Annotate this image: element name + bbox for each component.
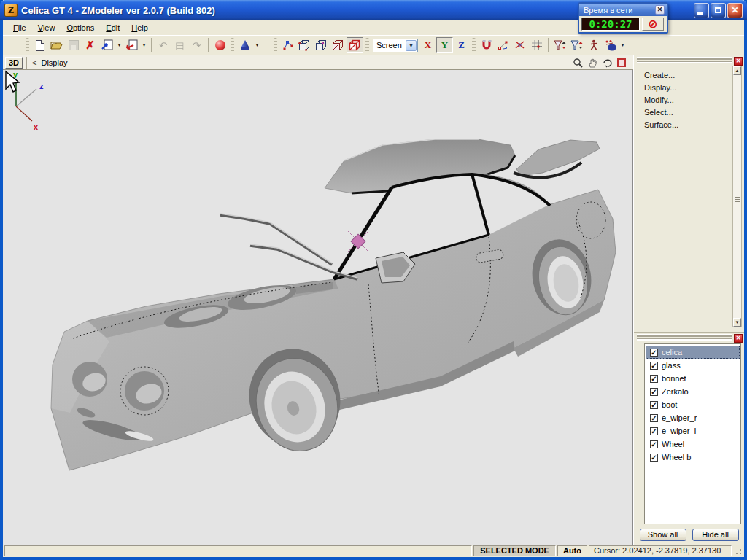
layer-row-glass[interactable]: ✓glass xyxy=(646,359,740,372)
rotate-icon xyxy=(602,58,612,68)
layers-panel-close-button[interactable]: ✕ xyxy=(734,334,743,343)
pan-tool-button[interactable] xyxy=(586,57,599,68)
menu-options[interactable]: Options xyxy=(61,22,100,34)
zoom-tool-button[interactable] xyxy=(571,57,584,68)
import-dropdown[interactable]: ▾ xyxy=(115,37,123,53)
delete-button[interactable]: ✗ xyxy=(82,37,98,53)
objects-mode-button[interactable] xyxy=(347,37,363,53)
layer-checkbox[interactable]: ✓ xyxy=(650,414,658,422)
axis-x-button[interactable]: X xyxy=(419,37,436,53)
toolbar-grip[interactable] xyxy=(274,38,277,52)
grid-snap-button[interactable] xyxy=(528,37,545,53)
animation-tools-button[interactable] xyxy=(602,37,619,53)
animation-dropdown[interactable]: ▾ xyxy=(619,37,627,53)
bones-mode-button[interactable] xyxy=(585,37,602,53)
layer-checkbox[interactable]: ✓ xyxy=(650,388,658,396)
3d-viewport[interactable]: y z x xyxy=(3,70,633,545)
layer-row-boot[interactable]: ✓boot xyxy=(646,398,740,411)
layer-row-wheel-b[interactable]: ✓Wheel b xyxy=(646,451,740,464)
save-button[interactable] xyxy=(65,37,82,53)
layer-row-zerkalo[interactable]: ✓Zerkalo xyxy=(646,385,740,398)
filter-up-button[interactable] xyxy=(568,37,585,53)
breadcrumb-back[interactable]: < xyxy=(31,58,41,67)
selected-mode-indicator[interactable]: SELECTED MODE xyxy=(473,545,556,556)
maximize-viewport-button[interactable] xyxy=(615,57,628,68)
restore-button[interactable] xyxy=(711,3,726,18)
axis-y-button[interactable]: Y xyxy=(436,37,453,53)
hide-all-button[interactable]: Hide all xyxy=(692,529,739,541)
close-button[interactable]: ✕ xyxy=(727,3,743,18)
material-editor-button[interactable] xyxy=(212,37,228,53)
layer-checkbox[interactable]: ✓ xyxy=(650,375,658,383)
layer-checkbox[interactable]: ✓ xyxy=(650,362,658,370)
layer-row-celica[interactable]: ✓celica xyxy=(646,346,740,359)
toolbar-grip[interactable] xyxy=(472,38,476,52)
timer-close-button[interactable]: ✕ xyxy=(655,5,665,15)
command-surface[interactable]: Surface... xyxy=(644,119,744,131)
show-all-button[interactable]: Show all xyxy=(640,529,686,541)
layer-row-bonnet[interactable]: ✓bonnet xyxy=(646,372,740,385)
combo-dropdown-icon[interactable]: ▼ xyxy=(406,40,417,51)
undo-button[interactable]: ↶ xyxy=(155,37,171,53)
primitives-button[interactable] xyxy=(236,37,253,53)
layer-checkbox[interactable]: ✓ xyxy=(650,440,658,448)
faces-mode-button[interactable] xyxy=(313,37,330,53)
layer-checkbox[interactable]: ✓ xyxy=(650,349,658,357)
toolbar-grip[interactable] xyxy=(26,38,29,52)
scrollbar-grip[interactable] xyxy=(735,197,740,202)
polygons-mode-button[interactable] xyxy=(330,37,347,53)
new-file-button[interactable] xyxy=(31,37,48,53)
export-icon xyxy=(125,39,139,51)
toolbar-grip[interactable] xyxy=(231,38,234,52)
menu-help[interactable]: Help xyxy=(125,22,154,34)
redo-button[interactable]: ↷ xyxy=(188,37,205,53)
layer-label: bonnet xyxy=(662,374,686,383)
edges-mode-button[interactable] xyxy=(296,37,313,53)
import-button[interactable] xyxy=(98,37,115,53)
import-icon xyxy=(101,39,114,51)
command-panel-scrollbar[interactable]: ▲ ▼ xyxy=(732,66,742,327)
cube-polygons-icon xyxy=(332,39,344,51)
app-window: Z Celica GT 4 - ZModeler ver 2.0.7 (Buil… xyxy=(0,0,747,560)
toolbar-grip[interactable] xyxy=(365,38,369,52)
reference-selector[interactable]: Screen ▼ xyxy=(373,39,418,52)
command-display[interactable]: Display... xyxy=(644,82,744,94)
menu-file[interactable]: File xyxy=(7,22,32,34)
scroll-up-button[interactable]: ▲ xyxy=(733,66,741,75)
animation-tools-icon xyxy=(604,39,617,51)
rotate-view-button[interactable] xyxy=(600,57,614,68)
snap-button[interactable] xyxy=(478,37,495,53)
disconnect-button[interactable]: ⊘ xyxy=(642,18,664,31)
auto-toggle[interactable]: Auto xyxy=(557,545,587,556)
history-button[interactable]: ▤ xyxy=(171,37,188,53)
filter-down-button[interactable] xyxy=(551,37,568,53)
minimize-button[interactable] xyxy=(694,3,709,18)
export-dropdown[interactable]: ▾ xyxy=(140,37,148,53)
command-modify[interactable]: Modify... xyxy=(644,94,744,106)
command-select[interactable]: Select... xyxy=(644,106,744,119)
command-create[interactable]: Create... xyxy=(644,69,744,82)
break-vertices-button[interactable] xyxy=(511,37,528,53)
layer-row-wheel[interactable]: ✓Wheel xyxy=(646,438,740,451)
vertices-mode-button[interactable] xyxy=(279,37,296,53)
panel-grip[interactable] xyxy=(637,57,732,62)
scroll-down-button[interactable]: ▼ xyxy=(733,318,741,327)
menu-edit[interactable]: Edit xyxy=(100,22,125,34)
menu-view[interactable]: View xyxy=(32,22,61,34)
resize-grip[interactable] xyxy=(733,546,743,556)
timer-titlebar[interactable]: Время в сети ✕ xyxy=(579,4,667,16)
cube-faces-icon xyxy=(315,39,328,51)
layer-checkbox[interactable]: ✓ xyxy=(650,401,658,409)
export-button[interactable] xyxy=(123,37,140,53)
panel-grip[interactable] xyxy=(637,334,732,339)
layer-checkbox[interactable]: ✓ xyxy=(650,427,658,435)
weld-vertices-button[interactable] xyxy=(495,37,511,53)
layer-checkbox[interactable]: ✓ xyxy=(650,454,658,462)
layer-row-e_wiper_l[interactable]: ✓e_wiper_l xyxy=(646,424,740,438)
primitives-dropdown[interactable]: ▾ xyxy=(253,37,261,53)
command-panel-close-button[interactable]: ✕ xyxy=(734,57,743,66)
layer-row-e_wiper_r[interactable]: ✓e_wiper_r xyxy=(646,411,740,424)
open-file-button[interactable] xyxy=(48,37,65,53)
axis-z-button[interactable]: Z xyxy=(453,37,470,53)
view-mode-button[interactable]: 3D xyxy=(5,57,23,69)
